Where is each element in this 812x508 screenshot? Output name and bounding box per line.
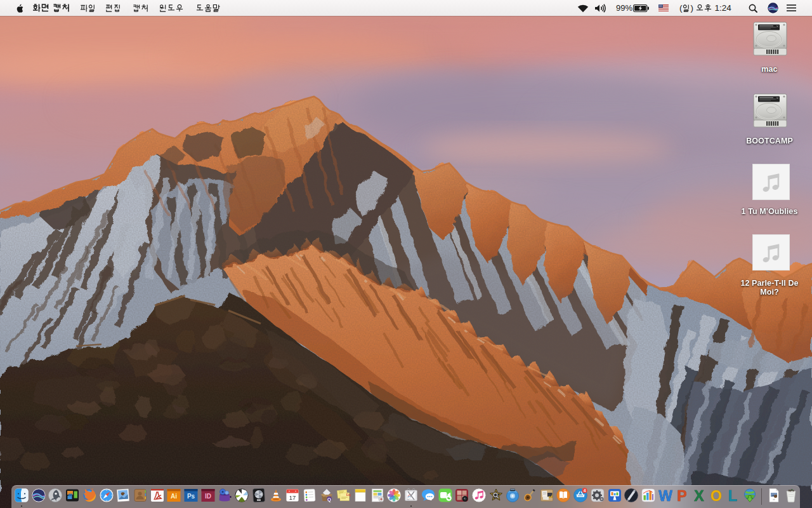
svg-text:rtf: rtf: [773, 498, 775, 501]
svg-text:X: X: [694, 488, 704, 503]
svg-text:Ps: Ps: [187, 493, 195, 500]
svg-text:O: O: [710, 488, 722, 503]
svg-text:Exp: Exp: [346, 493, 351, 497]
svg-text:ID: ID: [205, 493, 211, 500]
svg-text:17: 17: [289, 494, 296, 501]
svg-text:Q: Q: [327, 497, 331, 502]
svg-text:Ai: Ai: [171, 493, 177, 500]
svg-text:W: W: [658, 488, 672, 503]
svg-text:L: L: [728, 488, 737, 503]
svg-text:4: 4: [584, 488, 586, 493]
svg-text:P: P: [678, 488, 687, 503]
